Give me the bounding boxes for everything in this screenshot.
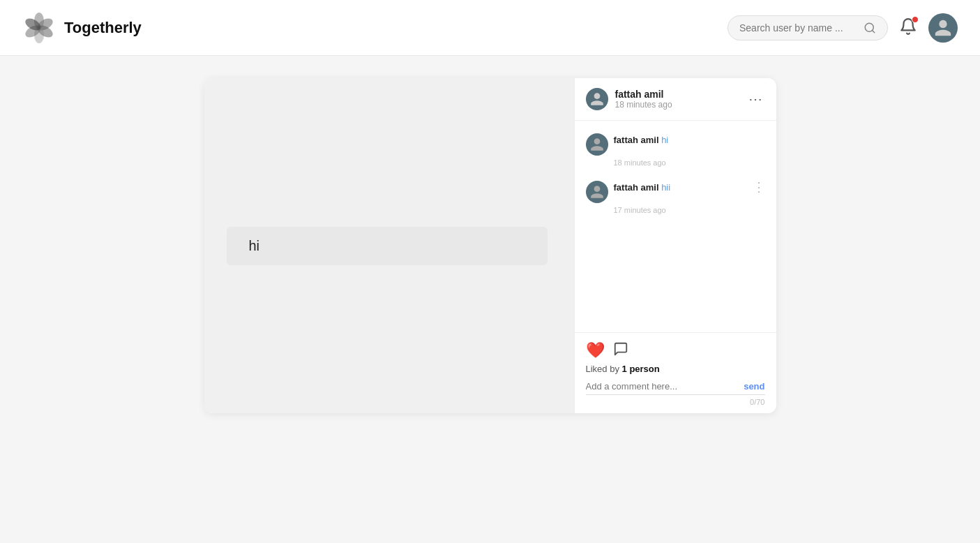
- comment-avatar-1: [586, 133, 608, 156]
- post-left-panel: hi: [204, 78, 574, 413]
- notifications-bell[interactable]: [899, 17, 917, 38]
- comment-avatar-icon-1: [589, 137, 605, 152]
- post-actions: ❤️ Liked by 1 person: [575, 332, 776, 381]
- post-author-time: 18 minutes ago: [615, 100, 739, 110]
- post-author-name: fattah amil: [615, 89, 739, 100]
- comment-icon: [613, 341, 628, 357]
- post-card: hi fattah amil 18 minutes ago ⋯: [204, 78, 776, 413]
- app-header: Togetherly: [0, 0, 980, 56]
- post-author-avatar: [586, 88, 608, 110]
- header-icons: [899, 13, 958, 43]
- comment-more-button-2[interactable]: ⋮: [753, 181, 765, 193]
- add-comment-input[interactable]: [586, 381, 744, 392]
- comments-list: fattah amil hi 18 minutes ago: [575, 121, 776, 332]
- app-title: Togetherly: [64, 19, 142, 37]
- add-comment-row: send: [586, 381, 765, 395]
- user-avatar[interactable]: [928, 13, 958, 43]
- list-item: fattah amil hi 18 minutes ago: [575, 126, 776, 174]
- comment-text-1: fattah amil hi: [614, 135, 669, 145]
- search-input[interactable]: [739, 22, 858, 34]
- post-text: hi: [227, 227, 548, 265]
- user-avatar-icon: [933, 18, 953, 38]
- main-content: hi fattah amil 18 minutes ago ⋯: [0, 56, 980, 436]
- add-comment-area: send 0/70: [575, 381, 776, 413]
- action-icons: ❤️: [586, 341, 765, 359]
- post-right-panel: fattah amil 18 minutes ago ⋯: [574, 78, 776, 413]
- comment-time-1: 18 minutes ago: [614, 158, 765, 167]
- comment-time-2: 17 minutes ago: [614, 206, 765, 214]
- comment-message-2: hii: [661, 182, 670, 193]
- comment-button[interactable]: [613, 341, 628, 359]
- app-logo-icon: [22, 11, 56, 45]
- liked-by-text: Liked by 1 person: [586, 364, 765, 374]
- comment-message-1: hi: [661, 135, 668, 145]
- comment-text-2: fattah amil hii: [614, 182, 671, 193]
- notification-badge: [912, 16, 919, 23]
- search-icon: [864, 22, 876, 34]
- comment-body-1: fattah amil hi: [614, 133, 765, 147]
- char-count: 0/70: [586, 398, 765, 406]
- post-author-header: fattah amil 18 minutes ago ⋯: [575, 78, 776, 121]
- comment-top-1: fattah amil hi: [586, 133, 765, 156]
- comment-author-inline-2: fattah amil: [614, 182, 659, 193]
- comment-author-inline-1: fattah amil: [614, 135, 659, 145]
- post-more-button[interactable]: ⋯: [746, 92, 765, 106]
- liked-by-count: 1 person: [622, 364, 660, 374]
- search-area[interactable]: [728, 15, 888, 40]
- comment-top-2: fattah amil hii ⋮: [586, 181, 765, 203]
- post-author-info: fattah amil 18 minutes ago: [615, 89, 739, 110]
- comment-avatar-icon-2: [589, 184, 605, 200]
- comment-avatar-2: [586, 181, 608, 203]
- logo-area: Togetherly: [22, 11, 142, 45]
- comment-body-2: fattah amil hii: [614, 181, 747, 194]
- list-item: fattah amil hii ⋮ 17 minutes ago: [575, 174, 776, 221]
- like-button[interactable]: ❤️: [586, 341, 605, 359]
- heart-icon: ❤️: [586, 341, 605, 359]
- svg-line-7: [872, 30, 874, 32]
- send-button[interactable]: send: [744, 381, 764, 392]
- post-author-avatar-icon: [589, 91, 605, 107]
